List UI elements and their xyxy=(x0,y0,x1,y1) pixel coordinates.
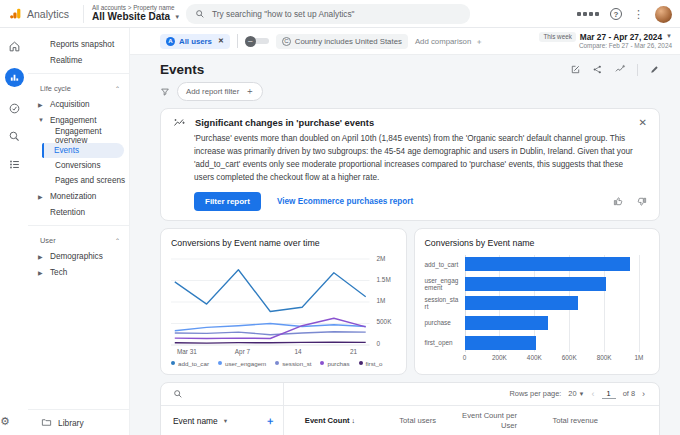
home-icon[interactable] xyxy=(8,40,21,53)
legend-item-session_st[interactable]: session_st xyxy=(275,360,311,367)
view-ecommerce-report-link[interactable]: View Ecommerce purchases report xyxy=(277,197,413,206)
sidebar-item-label: Realtime xyxy=(50,56,82,65)
page-next-icon[interactable]: › xyxy=(642,389,645,399)
bar-first_open[interactable] xyxy=(465,336,537,350)
filter-funnel-icon xyxy=(160,87,170,97)
sidebar-item-label: Tech xyxy=(50,268,67,277)
sidebar-item-retention[interactable]: Retention xyxy=(28,204,129,220)
comparison-toggle[interactable]: – xyxy=(245,36,269,47)
insight-title: Significant changes in 'purchase' events xyxy=(195,118,374,128)
close-icon[interactable]: ✕ xyxy=(218,37,224,45)
filter-report-button[interactable]: Filter report xyxy=(194,192,261,211)
thumb-up-icon[interactable] xyxy=(613,196,624,207)
bar-chart-card: Conversions by Event name add_to_cartuse… xyxy=(414,228,661,375)
sidebar-item-monetization[interactable]: ▶Monetization xyxy=(28,188,129,204)
x-tick-label: 1M xyxy=(635,354,644,361)
edit-pencil-icon[interactable] xyxy=(649,64,660,75)
legend-item-first_o[interactable]: first_o xyxy=(359,360,383,367)
property-selector[interactable]: All accounts > Property name All Website… xyxy=(84,4,180,23)
bar-category-label: first_open xyxy=(425,339,465,346)
bar-category-label: purchase xyxy=(425,319,465,326)
bar-user_engagement[interactable] xyxy=(465,277,606,291)
bar-chart-x-axis: 0200K400K600K800K1M xyxy=(465,354,640,364)
legend-item-user_engagem[interactable]: user_engagem xyxy=(218,360,266,367)
sidebar-item-demographics[interactable]: ▶Demographics xyxy=(28,248,129,264)
line-chart-card: Conversions by Event name over time 2M1.… xyxy=(160,228,407,375)
metric-header-total-users[interactable]: Total users xyxy=(399,416,436,425)
help-icon[interactable]: ? xyxy=(610,8,622,20)
segment-a-icon: A xyxy=(166,37,175,46)
comparison-chip-country[interactable]: C Country includes United States xyxy=(276,34,408,49)
line-chart-title: Conversions by Event name over time xyxy=(171,238,396,248)
bar-chart-plot[interactable]: add_to_cartuser_engagementsession_startp… xyxy=(425,255,650,353)
legend-item-add_to_car[interactable]: add_to_car xyxy=(171,360,209,367)
y-tick-label: 2M xyxy=(377,255,396,262)
edit-square-icon[interactable] xyxy=(570,64,581,75)
section-label: User xyxy=(40,236,56,245)
sidebar-item-events[interactable]: Events xyxy=(42,143,124,158)
sidebar-section-user[interactable]: User⌃ xyxy=(28,233,129,248)
metric-header-event-count[interactable]: Event Count ↓ xyxy=(305,416,355,425)
sidebar-item-label: Retention xyxy=(50,208,85,217)
sidebar-item-label: Conversions xyxy=(55,161,101,170)
sidebar-section-life-cycle[interactable]: Life cycle⌃ xyxy=(28,81,129,96)
close-icon[interactable]: ✕ xyxy=(639,117,647,128)
legend-dot xyxy=(320,361,324,365)
chevron-right-icon: ▶ xyxy=(38,269,46,276)
metric-header-total-revenue[interactable]: Total revenue xyxy=(552,416,598,425)
sidebar-divider xyxy=(28,225,129,226)
legend-item-purchas[interactable]: purchas xyxy=(320,360,349,367)
more-vert-icon[interactable]: ⋮ xyxy=(633,8,644,21)
sidebar-item-reports-snapshot[interactable]: Reports snapshot xyxy=(28,36,129,52)
sidebar-item-library[interactable]: Library xyxy=(28,409,129,435)
bar-category-label: user_engagement xyxy=(425,277,465,292)
analytics-logo-icon xyxy=(9,7,22,20)
settings-gear-icon[interactable]: ⚙ xyxy=(0,415,28,428)
bar-track xyxy=(465,336,640,350)
legend-label: first_o xyxy=(366,360,383,367)
segment-chip-all-users[interactable]: A All users ✕ xyxy=(160,34,230,49)
page-prev-icon[interactable]: ‹ xyxy=(592,389,595,399)
explore-icon[interactable] xyxy=(8,102,21,115)
sidebar-item-label: Reports snapshot xyxy=(50,40,114,49)
table-search-icon[interactable] xyxy=(173,389,183,399)
insights-icon[interactable] xyxy=(614,64,626,75)
thumb-down-icon[interactable] xyxy=(636,196,647,207)
avatar[interactable] xyxy=(655,6,672,23)
sidebar-item-pages-and-screens[interactable]: Pages and screens xyxy=(28,173,129,188)
table-toolbar: Rows per page: 20 ▼ ‹ 1 of 8 › xyxy=(161,383,659,406)
sidebar-item-label: Events xyxy=(54,146,79,155)
date-range-picker[interactable]: This week Mar 27 - Apr 27, 2024 ▼ Compar… xyxy=(539,32,672,50)
chevron-right-icon: ▶ xyxy=(38,253,46,260)
sidebar-item-engagement-overview[interactable]: Engagement overview xyxy=(28,128,129,143)
dimension-header[interactable]: Event name xyxy=(173,416,218,426)
sidebar-item-realtime[interactable]: Realtime xyxy=(28,52,129,68)
menu-list-icon[interactable] xyxy=(8,158,21,171)
line-series-first_o xyxy=(175,342,366,343)
page-number-input[interactable]: 1 xyxy=(602,389,616,399)
share-icon[interactable] xyxy=(592,64,603,75)
bar-purchase[interactable] xyxy=(465,316,549,330)
apps-grid-icon[interactable] xyxy=(577,12,599,16)
sidebar-item-tech[interactable]: ▶Tech xyxy=(28,264,129,280)
bar-add_to_cart[interactable] xyxy=(465,257,631,271)
sidebar-item-acquisition[interactable]: ▶Acquisition xyxy=(28,96,129,112)
date-badge: This week xyxy=(539,32,575,42)
bar-session_start[interactable] xyxy=(465,296,578,310)
metric-header-event-count-per-user[interactable]: Event Count per User xyxy=(446,411,517,429)
add-comparison-button[interactable]: Add comparison ＋ xyxy=(415,36,483,47)
add-report-filter-button[interactable]: Add report filter ＋ xyxy=(177,82,263,101)
sidebar-item-conversions[interactable]: Conversions xyxy=(28,158,129,173)
legend-label: add_to_car xyxy=(178,360,209,367)
search-input[interactable]: Try searching "how to set up Analytics" xyxy=(186,4,470,24)
bar-chart-title: Conversions by Event name xyxy=(425,238,650,248)
reports-nav-active[interactable] xyxy=(5,68,24,87)
add-dimension-button[interactable]: ＋ xyxy=(265,414,275,428)
breadcrumb: All accounts > Property name xyxy=(92,4,180,11)
insight-body: 'Purchase' events more than doubled on A… xyxy=(194,132,647,185)
x-tick-label: 0 xyxy=(463,354,467,361)
advertising-icon[interactable] xyxy=(8,130,21,143)
rows-per-page-select[interactable]: 20 ▼ xyxy=(568,389,584,398)
analytics-logo[interactable]: Analytics xyxy=(0,5,84,23)
line-chart-plot[interactable] xyxy=(171,255,370,347)
